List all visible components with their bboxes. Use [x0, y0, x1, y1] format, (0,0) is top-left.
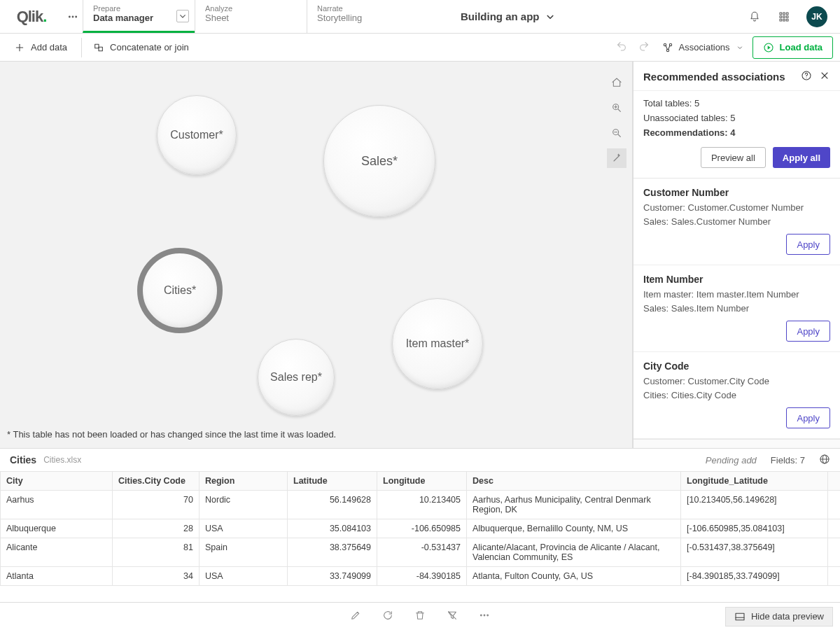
- stat-total: Total tables: 5: [643, 97, 830, 111]
- stat-recs: Recommendations: 4: [643, 126, 830, 141]
- svg-point-40: [484, 615, 485, 616]
- svg-point-39: [480, 615, 482, 616]
- bubble-item-master[interactable]: Item master*: [392, 298, 483, 389]
- svg-line-20: [668, 46, 669, 50]
- col-lonlat[interactable]: Longitude_Latitude: [681, 472, 828, 491]
- panel-hint: To make associations manually, you can d…: [634, 439, 840, 448]
- trash-icon[interactable]: [414, 610, 426, 623]
- apply-button[interactable]: Apply: [786, 321, 830, 342]
- avatar[interactable]: JK: [806, 6, 827, 27]
- tab-analyze[interactable]: Analyze Sheet: [195, 0, 307, 33]
- globe-icon[interactable]: [819, 454, 830, 467]
- zoom-out-icon[interactable]: [607, 123, 626, 143]
- svg-line-28: [618, 134, 620, 136]
- app-title-text: Building an app: [461, 10, 540, 22]
- col-city[interactable]: City: [1, 472, 113, 491]
- col-lon[interactable]: Longitude: [377, 472, 467, 491]
- rec-customer-number: Customer Number Customer: Customer.Custo…: [634, 178, 840, 265]
- bubble-cities[interactable]: Cities*: [141, 252, 218, 329]
- bubble-customer[interactable]: Customer*: [157, 95, 237, 175]
- concat-label: Concatenate or join: [110, 42, 189, 52]
- svg-point-1: [72, 16, 74, 18]
- preview-fields: Fields: 7: [771, 455, 805, 465]
- svg-rect-15: [99, 47, 102, 50]
- stat-unassoc: Unassociated tables: 5: [643, 111, 830, 126]
- apply-button[interactable]: Apply: [786, 234, 830, 255]
- edit-icon[interactable]: [350, 610, 361, 623]
- tab-analyze-sup: Analyze: [205, 4, 297, 13]
- preview-file: Cities.xlsx: [43, 455, 81, 465]
- add-data-label: Add data: [31, 42, 67, 52]
- zoom-in-icon[interactable]: [607, 98, 626, 118]
- tab-prepare[interactable]: Prepare Data manager: [83, 0, 195, 33]
- association-canvas[interactable]: Customer* Sales* Cities* Item master* Sa…: [0, 62, 633, 448]
- svg-marker-22: [767, 46, 770, 49]
- tab-prepare-sup: Prepare: [93, 4, 185, 13]
- col-code[interactable]: Cities.City Code: [113, 472, 200, 491]
- panel-icon: [734, 611, 746, 622]
- refresh-icon[interactable]: [382, 610, 393, 623]
- tab-narrate[interactable]: Narrate Storytelling: [307, 0, 419, 33]
- table-row[interactable]: Aarhus70Nordic56.14962810.213405Aarhus, …: [1, 491, 841, 519]
- chevron-down-icon: [544, 10, 556, 23]
- associations-icon: [662, 42, 673, 53]
- filter-off-icon[interactable]: [447, 610, 458, 623]
- recommendations-panel: Recommended associations Total tables: 5…: [633, 62, 840, 448]
- bell-icon[interactable]: [748, 10, 762, 24]
- col-lat[interactable]: Latitude: [288, 472, 377, 491]
- chevron-down-icon: [736, 42, 744, 53]
- preview-status: Pending add: [706, 455, 757, 465]
- svg-rect-11: [786, 19, 788, 21]
- close-icon[interactable]: [819, 70, 830, 83]
- add-data-button[interactable]: Add data: [7, 38, 74, 57]
- bubble-sales-rep[interactable]: Sales rep*: [258, 339, 335, 416]
- magic-wand-icon[interactable]: [607, 148, 626, 168]
- concat-button[interactable]: Concatenate or join: [81, 38, 196, 57]
- tab-prepare-label: Data manager: [93, 13, 185, 31]
- qlik-logo[interactable]: Qlik.: [0, 0, 63, 33]
- app-title[interactable]: Building an app: [419, 0, 735, 33]
- rec-city-code: City Code Customer: Customer.City Code C…: [634, 352, 840, 439]
- tab-analyze-label: Sheet: [205, 13, 297, 33]
- hide-preview-button[interactable]: Hide data preview: [725, 607, 833, 626]
- svg-rect-6: [780, 15, 782, 18]
- svg-point-41: [487, 615, 489, 616]
- col-desc[interactable]: Desc: [467, 472, 681, 491]
- chevron-down-icon[interactable]: [176, 10, 189, 22]
- bubble-sales[interactable]: Sales*: [323, 105, 435, 217]
- redo-icon[interactable]: [634, 41, 654, 54]
- home-icon[interactable]: [607, 73, 626, 92]
- svg-rect-4: [783, 13, 785, 15]
- svg-line-24: [618, 109, 620, 111]
- preview-all-button[interactable]: Preview all: [701, 147, 766, 168]
- app-menu-icon[interactable]: [63, 0, 83, 33]
- data-preview: Cities Cities.xlsx Pending add Fields: 7…: [0, 448, 840, 586]
- help-icon[interactable]: [801, 70, 812, 83]
- svg-rect-14: [95, 44, 99, 48]
- svg-rect-8: [786, 15, 788, 18]
- load-data-button[interactable]: Load data: [752, 36, 833, 59]
- svg-point-32: [806, 78, 806, 78]
- panel-title: Recommended associations: [643, 71, 794, 83]
- load-data-label: Load data: [780, 42, 822, 52]
- table-row[interactable]: Alicante81Spain38.375649-0.531437Alicant…: [1, 538, 841, 567]
- svg-rect-7: [783, 15, 785, 18]
- view-dropdown[interactable]: Associations: [657, 38, 750, 57]
- svg-line-19: [666, 46, 667, 50]
- table-row[interactable]: Atlanta34USA33.749099-84.390185Atlanta, …: [1, 567, 841, 586]
- concat-icon: [93, 42, 104, 53]
- more-icon[interactable]: [479, 610, 490, 623]
- undo-icon[interactable]: [612, 41, 631, 54]
- svg-rect-10: [783, 19, 785, 21]
- view-label: Associations: [679, 42, 730, 52]
- table-row[interactable]: Albuquerque28USA35.084103-106.650985Albu…: [1, 519, 841, 538]
- preview-toolbar: Hide data preview: [0, 602, 840, 630]
- svg-point-0: [69, 16, 70, 18]
- tab-narrate-sup: Narrate: [317, 4, 409, 13]
- svg-rect-3: [780, 13, 782, 15]
- apply-all-button[interactable]: Apply all: [773, 147, 830, 168]
- canvas-footnote: * This table has not been loaded or has …: [7, 429, 336, 440]
- col-region[interactable]: Region: [200, 472, 288, 491]
- apps-grid-icon[interactable]: [777, 10, 791, 24]
- apply-button[interactable]: Apply: [786, 407, 830, 428]
